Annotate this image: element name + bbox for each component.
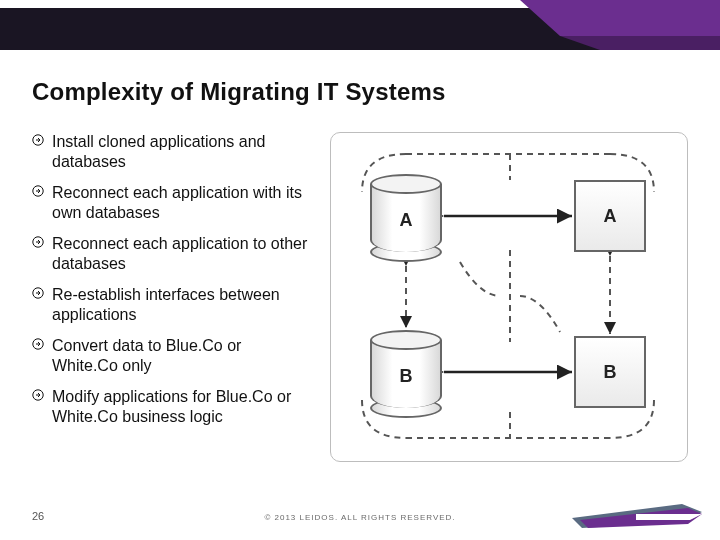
bullet-text: Modify applications for Blue.Co or White… bbox=[52, 387, 310, 428]
bullet-arrow-icon bbox=[32, 134, 44, 146]
architecture-diagram: A A B B bbox=[330, 132, 688, 462]
bullet-item: Reconnect each application with its own … bbox=[32, 183, 310, 224]
bullet-text: Re-establish interfaces between applicat… bbox=[52, 285, 310, 326]
top-banner bbox=[0, 0, 720, 60]
database-a-label: A bbox=[370, 210, 442, 231]
database-b-icon: B bbox=[370, 330, 442, 418]
bullet-arrow-icon bbox=[32, 236, 44, 248]
bullet-text: Convert data to Blue.Co or White.Co only bbox=[52, 336, 310, 377]
bullet-item: Re-establish interfaces between applicat… bbox=[32, 285, 310, 326]
bullet-arrow-icon bbox=[32, 185, 44, 197]
database-a-icon: A bbox=[370, 174, 442, 262]
svg-marker-1 bbox=[560, 36, 720, 50]
bullet-item: Convert data to Blue.Co or White.Co only bbox=[32, 336, 310, 377]
slide-title: Complexity of Migrating IT Systems bbox=[32, 78, 446, 106]
bullet-arrow-icon bbox=[32, 338, 44, 350]
application-a-label: A bbox=[604, 206, 617, 227]
bullet-text: Install cloned applications and database… bbox=[52, 132, 310, 173]
application-a-icon: A bbox=[574, 180, 646, 252]
bullet-item: Reconnect each application to other data… bbox=[32, 234, 310, 275]
bullet-arrow-icon bbox=[32, 389, 44, 401]
bullet-arrow-icon bbox=[32, 287, 44, 299]
bullet-item: Modify applications for Blue.Co or White… bbox=[32, 387, 310, 428]
application-b-label: B bbox=[604, 362, 617, 383]
bullet-item: Install cloned applications and database… bbox=[32, 132, 310, 173]
bullet-list: Install cloned applications and database… bbox=[32, 132, 310, 438]
database-b-label: B bbox=[370, 366, 442, 387]
svg-marker-0 bbox=[520, 0, 720, 36]
application-b-icon: B bbox=[574, 336, 646, 408]
bullet-text: Reconnect each application with its own … bbox=[52, 183, 310, 224]
banner-wedge bbox=[520, 0, 720, 60]
footer-wedge-icon bbox=[572, 498, 702, 532]
bullet-text: Reconnect each application to other data… bbox=[52, 234, 310, 275]
